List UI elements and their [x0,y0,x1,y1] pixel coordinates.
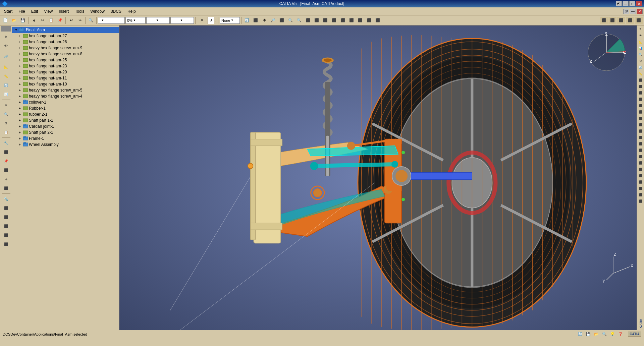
tree-item-12[interactable]: + coilover-1 [12,99,119,105]
rt-btn-23[interactable]: ⬛ [638,166,644,172]
lt-btn-10[interactable]: ⚙ [1,119,11,127]
lt-btn-20[interactable]: ⬛ [1,213,11,221]
lt-btn-13[interactable]: ⬛ [1,148,11,156]
rt-btn-8[interactable]: 📏 [638,71,644,77]
rt-btn-19[interactable]: ⬛ [638,141,644,147]
item1-expand[interactable]: + [19,34,23,38]
rotate-btn[interactable]: 🔄 [243,17,251,24]
tree-item-1[interactable]: + hex flange nut-am-27 [12,33,119,39]
view8-btn[interactable]: ⬛ [365,17,373,24]
status-icon-1[interactable]: 🔄 [577,331,584,337]
item3-expand[interactable]: + [19,46,23,50]
view5-btn[interactable]: ⬛ [339,17,347,24]
lt-btn-18[interactable]: 🔩 [1,194,11,203]
dim-box[interactable]: J [208,17,214,24]
x-val[interactable]: ✕ [197,17,207,24]
rt-btn-7[interactable]: 🔄 [638,64,644,70]
zoom-out-btn[interactable]: 🔍 [295,17,303,24]
lt-btn-15[interactable]: ⬛ [1,166,11,174]
redo-btn[interactable]: ↪ [76,17,84,24]
percent-dropdown[interactable]: 0% ▼ [125,17,146,24]
line-dropdown[interactable]: —— ▼ [146,17,170,24]
rt-btn-18[interactable]: ⬛ [638,134,644,140]
view7-btn[interactable]: ⬛ [356,17,364,24]
undo-btn[interactable]: ↩ [67,17,75,24]
style-dropdown[interactable]: ▼ [98,17,125,24]
rt-btn-27[interactable]: ⬛ [638,192,644,198]
rt-btn-17[interactable]: ⬛ [638,128,644,134]
item19-expand[interactable]: + [19,143,23,147]
viewport[interactable]: X Z Y Z Y X [119,25,637,330]
3dcs-btn2[interactable]: ⬛ [608,17,616,24]
rt-btn-5[interactable]: 🔍 [638,52,644,58]
rt-btn-26[interactable]: ⬛ [638,185,644,191]
tree-item-16[interactable]: + Cardan joint-1 [12,123,119,129]
view1-btn[interactable]: ⬛ [304,17,312,24]
item14-expand[interactable]: + [19,113,23,116]
lt-btn-8[interactable]: ✏ [1,101,11,109]
menu-view[interactable]: View [41,8,55,14]
rt-btn-3[interactable]: 📐 [638,39,644,45]
rt-btn-11[interactable]: ⬛ [638,90,644,96]
win-minimize[interactable]: — [630,9,636,14]
rt-btn-1[interactable]: 🖱 [638,26,644,32]
tree-item-8[interactable]: + hex flange nut-am-11 [12,75,119,81]
rt-btn-20[interactable]: ⬛ [638,147,644,153]
item11-expand[interactable]: + [19,95,23,98]
3dcs-btn4[interactable]: ⬛ [626,17,634,24]
rt-btn-28[interactable]: ⬛ [638,198,644,204]
tree-item-10[interactable]: + heavy hex flange screw_am-5 [12,87,119,93]
tree-item-2[interactable]: + hex flange nut-am-26 [12,39,119,45]
save-btn[interactable]: 💾 [19,17,27,24]
zoom-all-btn[interactable]: 🔎 [269,17,277,24]
3dcs-btn5[interactable]: ⬛ [635,17,643,24]
lt-btn-17[interactable]: ⬛ [1,184,11,192]
rt-btn-13[interactable]: ⬛ [638,103,644,109]
3d-btn[interactable]: ⬛ [252,17,260,24]
menu-edit[interactable]: Edit [29,8,41,14]
item5-expand[interactable]: + [19,58,23,62]
status-icon-6[interactable]: ❓ [617,331,624,337]
lt-btn-4[interactable]: 📐 [1,63,11,71]
root-expand[interactable]: ▼ [15,28,19,32]
zoom-area-btn[interactable]: ⬛ [278,17,286,24]
rt-btn-9[interactable]: ⬛ [638,77,644,83]
lt-btn-16[interactable]: ✚ [1,175,11,183]
tree-item-17[interactable]: + Shaft part 2-1 [12,129,119,135]
tree-scroll[interactable]: ▼ Final_Asm + hex flange nut-am-27 + [12,27,119,329]
rt-btn-14[interactable]: ⬛ [638,109,644,115]
status-icon-3[interactable]: 📂 [593,331,600,337]
status-icon-5[interactable]: 💡 [609,331,616,337]
tree-item-14[interactable]: + rubber 2-1 [12,111,119,117]
lt-btn-14[interactable]: 📌 [1,157,11,165]
lt-btn-23[interactable]: ⬛ [1,240,11,248]
view4-btn[interactable]: ⬛ [330,17,338,24]
item17-expand[interactable]: + [19,131,23,134]
paste-btn[interactable]: 📌 [56,17,64,24]
lt-btn-5[interactable]: 📏 [1,72,11,80]
thickness-dropdown[interactable]: —— ▼ [170,17,194,24]
tree-item-5[interactable]: + hex flange nut-am-25 [12,57,119,63]
none-dropdown[interactable]: None ▼ [220,17,240,24]
view3-btn[interactable]: ⬛ [321,17,329,24]
lt-btn-11[interactable]: 📋 [1,128,11,136]
cut-btn[interactable]: ✂ [39,17,47,24]
item7-expand[interactable]: + [19,70,23,74]
tree-item-18[interactable]: + Frame-1 [12,135,119,141]
item15-expand[interactable]: + [19,119,23,122]
something-btn[interactable]: 🔍 [87,17,95,24]
rt-btn-22[interactable]: ⬛ [638,160,644,166]
item4-expand[interactable]: + [19,52,23,56]
lt-btn-2[interactable]: 👁 [1,41,11,50]
maximize-button[interactable]: □ [629,1,635,6]
rt-btn-2[interactable]: 👁 [638,33,644,39]
tree-item-19[interactable]: + Wheel Assembly [12,141,119,148]
item2-expand[interactable]: + [19,40,23,44]
rt-btn-6[interactable]: ⚙ [638,58,644,64]
rt-btn-21[interactable]: ⬛ [638,154,644,160]
tree-item-7[interactable]: + hex flange nut-am-20 [12,69,119,75]
lt-btn-12[interactable]: 🔧 [1,138,11,147]
item10-expand[interactable]: + [19,89,23,92]
lt-btn-7[interactable]: 📊 [1,90,11,99]
lt-btn-1[interactable]: 🖱 [1,32,11,41]
